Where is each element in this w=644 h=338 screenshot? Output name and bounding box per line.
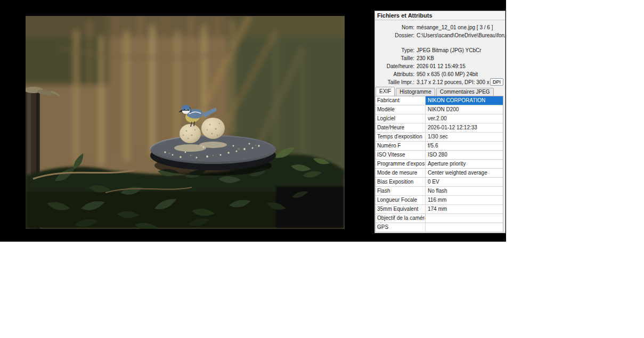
table-row-objectif-camera[interactable]: Objectif de la caméra bbox=[376, 214, 503, 223]
row-label: ISO Vitesse bbox=[376, 151, 426, 159]
row-label: 35mm Equivalent bbox=[376, 205, 426, 213]
row-label: Bias Exposition bbox=[376, 178, 426, 186]
row-label: Numéro F bbox=[376, 142, 426, 150]
row-value: NIKON D200 bbox=[426, 105, 503, 114]
tab-commentaires-jpeg[interactable]: Commentaires JPEG bbox=[436, 88, 494, 96]
row-label: Temps d'exposition bbox=[376, 133, 426, 141]
info-value: 230 KB bbox=[417, 54, 434, 62]
photo-of-blue-tit bbox=[26, 16, 345, 229]
table-row-bias-exposition[interactable]: Bias Exposition 0 EV bbox=[376, 178, 503, 187]
tab-exif[interactable]: EXIF bbox=[376, 87, 395, 96]
info-row-nom: Nom: mésange_12_01 one.jpg [ 3 / 6 ] bbox=[375, 23, 505, 31]
table-row-fabricant[interactable]: Fabricant NIKON CORPORATION bbox=[376, 96, 503, 105]
info-row-taille-impr: Taille Impr.: 3.17 x 2.12 pouces, DPI: 3… bbox=[375, 78, 505, 86]
row-label: Modèle bbox=[376, 105, 426, 114]
info-label: Attributs: bbox=[375, 70, 414, 78]
info-row-attributs: Attributs: 950 x 635 (0.60 MP) 24bit bbox=[375, 70, 505, 78]
info-value: 2026 01 12 15:49:15 bbox=[417, 62, 466, 70]
row-value: 2026-01-12 12:12:33 bbox=[426, 123, 503, 132]
file-attributes-panel: Fichiers et Attributs Nom: mésange_12_01… bbox=[374, 11, 506, 233]
info-label: Taille: bbox=[375, 54, 414, 62]
file-info-section: Nom: mésange_12_01 one.jpg [ 3 / 6 ] Dos… bbox=[375, 20, 505, 86]
tab-histogramme[interactable]: Histogramme bbox=[396, 88, 435, 96]
row-label: Flash bbox=[376, 187, 426, 195]
info-row-taille: Taille: 230 KB bbox=[375, 54, 505, 62]
table-row-temps-exposition[interactable]: Temps d'exposition 1/30 sec bbox=[376, 133, 503, 142]
info-value: JPEG Bitmap (JPG) YCbCr bbox=[417, 46, 482, 54]
info-value: 950 x 635 (0.60 MP) 24bit bbox=[417, 70, 478, 78]
row-label: Objectif de la caméra bbox=[376, 214, 426, 222]
tab-bar: EXIF Histogramme Commentaires JPEG bbox=[375, 87, 505, 96]
row-value bbox=[426, 223, 503, 232]
feeder-plate bbox=[150, 135, 276, 176]
row-value: No flash bbox=[426, 187, 503, 195]
row-label: Date/Heure bbox=[376, 123, 426, 132]
row-value: ver.2.00 bbox=[426, 114, 503, 123]
row-label: Longueur Focale bbox=[376, 196, 426, 204]
table-row-iso-vitesse[interactable]: ISO Vitesse ISO 280 bbox=[376, 151, 503, 160]
table-row-35mm-equivalent[interactable]: 35mm Equivalent 174 mm bbox=[376, 205, 503, 214]
photo-illustration bbox=[26, 16, 345, 229]
row-label: Programme d'exposition bbox=[376, 160, 426, 168]
info-row-type: Type: JPEG Bitmap (JPG) YCbCr bbox=[375, 46, 505, 54]
viewer-canvas: Fichiers et Attributs Nom: mésange_12_01… bbox=[0, 0, 506, 242]
row-value: 0 EV bbox=[426, 178, 503, 186]
panel-title: Fichiers et Attributs bbox=[377, 12, 433, 19]
row-label: GPS bbox=[376, 223, 426, 232]
info-label: Taille Impr.: bbox=[375, 78, 414, 86]
row-value: 1/30 sec bbox=[426, 133, 503, 141]
row-value: NIKON CORPORATION bbox=[426, 96, 503, 105]
table-row-programme-exposition[interactable]: Programme d'exposition Aperture priority bbox=[376, 160, 503, 169]
info-row-date-heure: Date/heure: 2026 01 12 15:49:15 bbox=[375, 62, 505, 70]
info-value: mésange_12_01 one.jpg [ 3 / 6 ] bbox=[417, 23, 493, 31]
exif-table: Fabricant NIKON CORPORATION Modèle NIKON… bbox=[375, 96, 503, 232]
table-row-mode-de-mesure[interactable]: Mode de mesure Center weighted average bbox=[376, 169, 503, 178]
info-row-dossier: Dossier: C:\Users\scand\OneDrive\Bureau\… bbox=[375, 31, 505, 39]
table-row-date-heure[interactable]: Date/Heure 2026-01-12 12:12:33 bbox=[376, 123, 503, 133]
info-label: Nom: bbox=[375, 23, 414, 31]
row-label: Mode de mesure bbox=[376, 169, 426, 177]
panel-titlebar[interactable]: Fichiers et Attributs bbox=[375, 11, 505, 20]
info-value: 3.17 x 2.12 pouces, DPI: 300 x 300 bbox=[417, 78, 500, 86]
row-value: f/5.6 bbox=[426, 142, 503, 150]
row-value: Aperture priority bbox=[426, 160, 503, 168]
row-value: 174 mm bbox=[426, 205, 503, 213]
row-value: ISO 280 bbox=[426, 151, 503, 159]
row-label: Fabricant bbox=[376, 96, 426, 105]
info-label: Date/heure: bbox=[375, 62, 414, 70]
row-value: Center weighted average bbox=[426, 169, 503, 177]
table-row-logiciel[interactable]: Logiciel ver.2.00 bbox=[376, 114, 503, 123]
table-row-flash[interactable]: Flash No flash bbox=[376, 187, 503, 196]
dpi-button[interactable]: DPI bbox=[490, 78, 503, 86]
table-row-gps[interactable]: GPS bbox=[376, 223, 503, 232]
table-row-longueur-focale[interactable]: Longueur Focale 116 mm bbox=[376, 196, 503, 205]
row-label: Logiciel bbox=[376, 114, 426, 123]
table-row-numero-f[interactable]: Numéro F f/5.6 bbox=[376, 142, 503, 151]
info-label: Type: bbox=[375, 46, 414, 54]
table-row-modele[interactable]: Modèle NIKON D200 bbox=[376, 105, 503, 114]
row-value: 116 mm bbox=[426, 196, 503, 204]
info-value: C:\Users\scand\OneDrive\Bureau\forum\ bbox=[417, 31, 505, 39]
row-value bbox=[426, 214, 503, 222]
info-label: Dossier: bbox=[375, 31, 414, 39]
